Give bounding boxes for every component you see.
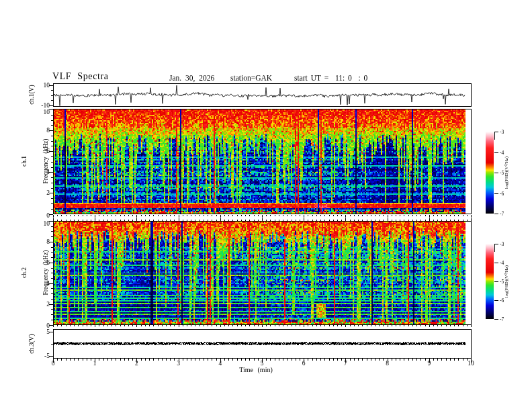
colorbar1-tick-label: -6 [500,190,504,196]
x-tick-label: 5 [261,360,264,367]
ch3-waveform-panel [53,329,472,359]
ch2-freq-tick-label: 8 [27,238,50,245]
ch3-volt-tick-label: 5 [27,328,50,335]
colorbar-ch2 [486,244,494,319]
x-tick-label: 2 [135,360,138,367]
colorbar1-tick-label: -3 [500,129,504,135]
x-tick-label: 9 [427,360,431,367]
x-tick-label: 4 [218,360,222,367]
colorbar-ch2-label: log(PSD)(V²/Hz) [503,265,511,298]
x-tick-label: 7 [344,360,347,367]
colorbar2-tick-label: -3 [500,241,504,247]
colorbar1-tick-label: -4 [500,149,504,155]
ch2-label-line1: ch.2 [21,250,28,295]
ch1-spectrogram-image [54,109,466,214]
ch2-spectrogram-panel [53,221,472,325]
plot-title: VLF Spectra [52,71,109,82]
x-tick-label: 1 [93,360,97,367]
frequency-khz-label: Frequency (kHz) [42,138,50,183]
ch2-freq-tick-label: 6 [27,259,50,266]
colorbar2-tick-label: -5 [500,279,504,285]
ch1-freq-tick-label: 10 [27,109,50,116]
ch1-volt-tick-label: 10 [27,82,50,89]
ch2-freq-tick-label: 10 [27,220,50,227]
frequency-khz-label: Frequency (kHz) [42,250,50,295]
ch1-frequency-axis-label: ch.1 Frequency (kHz) [7,138,63,183]
x-tick-label: 8 [386,360,389,367]
ch1-freq-tick-label: 8 [27,127,50,134]
station-label: station=GAK [230,74,272,82]
ch1-waveform-panel [53,83,472,107]
ch2-frequency-axis-label: ch.2 Frequency (kHz) [7,250,63,295]
plot-date: Jan. 30, 2026 [169,74,214,82]
ch1-freq-tick-label: 2 [27,189,50,196]
vlf-spectra-figure: VLF Spectra Jan. 30, 2026 station=GAK st… [0,0,532,411]
colorbar2-tick-label: -4 [500,260,504,266]
colorbar-ch1-label: log(PSD)(V²/Hz) [503,156,511,189]
start-ut-label: start UT = 11: 0 : 0 [294,74,367,82]
ch1-freq-tick-label: 6 [27,148,50,154]
ch3-voltage-axis-label: ch.3(V) [28,334,36,353]
ch3-waveform-trace [54,330,466,358]
ch2-freq-tick-label: 4 [27,280,50,287]
ch2-spectrogram-image [54,222,466,324]
x-tick-label: 3 [177,360,180,367]
x-tick-label: 10 [468,360,474,367]
x-tick-label: 6 [302,360,306,367]
colorbar2-tick-label: -6 [500,298,504,304]
colorbar2-tick-label: -7 [500,316,504,322]
colorbar1-tick-label: -7 [500,211,504,217]
ch1-label-line1: ch.1 [21,138,28,183]
colorbar-ch1 [486,132,494,214]
ch1-volt-tick-label: -10 [27,102,50,109]
x-tick-label: 0 [52,360,55,367]
ch2-freq-tick-label: 2 [27,301,50,308]
ch1-spectrogram-panel [53,109,472,214]
ch1-freq-tick-label: 0 [27,212,50,219]
ch1-freq-tick-label: 4 [27,169,50,175]
colorbar1-tick-label: -5 [500,170,504,176]
ch1-waveform-trace [54,84,466,106]
ch2-freq-tick-label: 0 [27,322,50,329]
ch3-volt-tick-label: -5 [27,353,50,359]
x-axis-title: Time (min) [239,366,272,373]
